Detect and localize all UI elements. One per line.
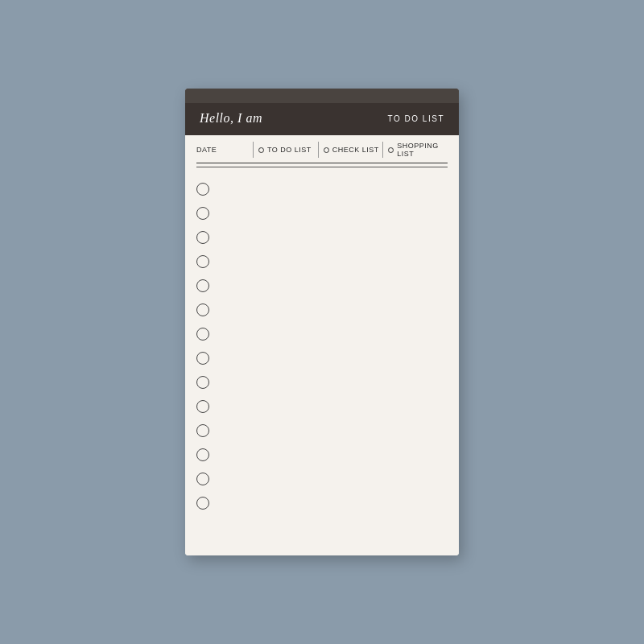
check-circle[interactable] [196, 473, 209, 485]
check-line [217, 358, 448, 359]
checklist-row[interactable] [196, 250, 448, 274]
col-header-check: CHECK LIST [318, 142, 383, 158]
check-circle[interactable] [196, 207, 209, 220]
check-circle[interactable] [196, 424, 209, 437]
checklist-row[interactable] [196, 346, 448, 370]
col-header-todo: TO DO LIST [253, 142, 318, 158]
col-date-label: DATE [196, 146, 217, 154]
checklist-row[interactable] [196, 201, 448, 225]
notepad-body: DATE TO DO LIST CHECK LIST SHOPPING LIST [185, 135, 459, 555]
checklist-rows [185, 174, 459, 526]
col-shopping-dot [388, 147, 394, 153]
check-circle[interactable] [196, 352, 209, 365]
check-circle[interactable] [196, 448, 209, 461]
checklist-row[interactable] [196, 225, 448, 250]
check-line [217, 286, 448, 287]
check-line [217, 455, 448, 456]
check-line [217, 503, 448, 504]
header-type-label: TO DO LIST [388, 114, 444, 123]
check-circle[interactable] [196, 497, 209, 510]
checklist-row[interactable] [196, 177, 448, 201]
check-circle[interactable] [196, 328, 209, 341]
checklist-row[interactable] [196, 419, 448, 443]
checklist-row[interactable] [196, 491, 448, 515]
notepad: Hello, I am TO DO LIST DATE TO DO LIST C… [185, 89, 459, 555]
check-line [217, 262, 448, 262]
col-header-shopping: SHOPPING LIST [382, 142, 448, 158]
column-headers: DATE TO DO LIST CHECK LIST SHOPPING LIST [196, 135, 448, 163]
check-circle[interactable] [196, 400, 209, 413]
check-circle[interactable] [196, 303, 209, 316]
col-check-dot [324, 147, 329, 153]
checklist-row[interactable] [196, 274, 448, 298]
check-circle[interactable] [196, 376, 209, 389]
col-todo-dot [258, 147, 264, 153]
check-line [217, 334, 448, 335]
divider-line [196, 167, 448, 167]
check-line [217, 479, 448, 480]
check-circle[interactable] [196, 255, 209, 268]
check-circle[interactable] [196, 279, 209, 292]
col-todo-label: TO DO LIST [267, 146, 312, 154]
col-shopping-label: SHOPPING LIST [397, 142, 448, 158]
header-title-row: Hello, I am TO DO LIST [185, 103, 459, 135]
checklist-row[interactable] [196, 443, 448, 467]
header-top-bar [185, 89, 459, 103]
checklist-row[interactable] [196, 394, 448, 419]
check-line [217, 407, 448, 407]
check-line [217, 237, 448, 238]
check-circle[interactable] [196, 231, 209, 244]
notepad-header: Hello, I am TO DO LIST [185, 89, 459, 135]
col-check-label: CHECK LIST [332, 146, 379, 154]
check-line [217, 431, 448, 431]
check-line [217, 382, 448, 383]
check-circle[interactable] [196, 183, 209, 196]
checklist-row[interactable] [196, 370, 448, 394]
check-line [217, 213, 448, 214]
col-header-date: DATE [196, 142, 253, 158]
header-hello-text: Hello, I am [200, 111, 262, 126]
checklist-row[interactable] [196, 322, 448, 346]
checklist-row[interactable] [196, 467, 448, 491]
check-line [217, 189, 448, 190]
checklist-row[interactable] [196, 298, 448, 322]
check-line [217, 310, 448, 311]
